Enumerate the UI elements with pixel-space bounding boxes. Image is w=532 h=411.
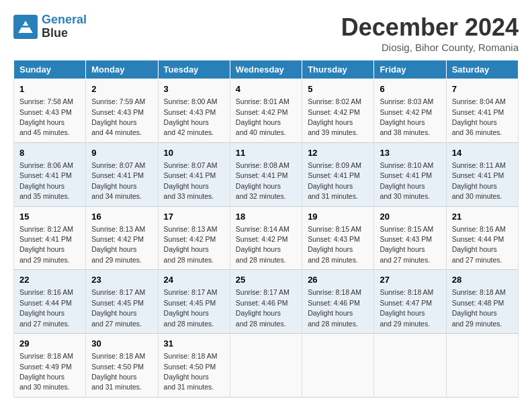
- day-info: Sunrise: 8:07 AMSunset: 4:41 PMDaylight …: [91, 161, 145, 200]
- calendar-week-row: 15Sunrise: 8:12 AMSunset: 4:41 PMDayligh…: [14, 206, 519, 270]
- day-info: Sunrise: 8:18 AMSunset: 4:50 PMDaylight …: [164, 352, 218, 391]
- calendar-day-header: Friday: [374, 60, 446, 79]
- calendar-cell: 27Sunrise: 8:18 AMSunset: 4:47 PMDayligh…: [374, 270, 446, 334]
- day-number: 30: [91, 338, 152, 350]
- day-number: 16: [91, 211, 152, 223]
- calendar-cell: 2Sunrise: 7:59 AMSunset: 4:43 PMDaylight…: [86, 79, 158, 143]
- day-number: 4: [236, 83, 296, 95]
- day-number: 21: [452, 211, 513, 223]
- calendar-cell: 24Sunrise: 8:17 AMSunset: 4:45 PMDayligh…: [158, 270, 230, 334]
- day-number: 6: [380, 83, 440, 95]
- day-number: 10: [164, 147, 224, 159]
- day-info: Sunrise: 8:18 AMSunset: 4:47 PMDaylight …: [380, 288, 433, 327]
- day-info: Sunrise: 8:18 AMSunset: 4:50 PMDaylight …: [91, 352, 145, 391]
- calendar-cell: 18Sunrise: 8:14 AMSunset: 4:42 PMDayligh…: [230, 206, 302, 270]
- calendar-cell: 13Sunrise: 8:10 AMSunset: 4:41 PMDayligh…: [374, 142, 446, 206]
- calendar-cell: [374, 334, 446, 398]
- day-info: Sunrise: 8:07 AMSunset: 4:41 PMDaylight …: [164, 161, 218, 200]
- calendar-day-header: Monday: [86, 60, 158, 79]
- day-number: 31: [164, 338, 224, 350]
- svg-rect-2: [22, 26, 30, 28]
- day-number: 12: [308, 147, 368, 159]
- calendar-cell: 11Sunrise: 8:08 AMSunset: 4:41 PMDayligh…: [230, 142, 302, 206]
- day-number: 28: [452, 274, 513, 286]
- calendar-cell: 23Sunrise: 8:17 AMSunset: 4:45 PMDayligh…: [86, 270, 158, 334]
- day-info: Sunrise: 8:12 AMSunset: 4:41 PMDaylight …: [19, 225, 73, 264]
- day-info: Sunrise: 7:59 AMSunset: 4:43 PMDaylight …: [91, 97, 145, 136]
- day-info: Sunrise: 8:00 AMSunset: 4:43 PMDaylight …: [164, 97, 218, 136]
- day-info: Sunrise: 8:14 AMSunset: 4:42 PMDaylight …: [236, 225, 290, 264]
- day-number: 18: [236, 211, 296, 223]
- day-info: Sunrise: 8:04 AMSunset: 4:41 PMDaylight …: [452, 97, 506, 136]
- main-title: December 2024: [341, 13, 519, 42]
- day-info: Sunrise: 8:06 AMSunset: 4:41 PMDaylight …: [19, 161, 73, 200]
- calendar-cell: 16Sunrise: 8:13 AMSunset: 4:42 PMDayligh…: [86, 206, 158, 270]
- calendar-cell: 5Sunrise: 8:02 AMSunset: 4:42 PMDaylight…: [302, 79, 374, 143]
- calendar-cell: 26Sunrise: 8:18 AMSunset: 4:46 PMDayligh…: [302, 270, 374, 334]
- day-number: 2: [91, 83, 152, 95]
- calendar-cell: 31Sunrise: 8:18 AMSunset: 4:50 PMDayligh…: [158, 334, 230, 398]
- day-info: Sunrise: 8:15 AMSunset: 4:43 PMDaylight …: [308, 225, 361, 264]
- calendar-cell: 6Sunrise: 8:03 AMSunset: 4:42 PMDaylight…: [374, 79, 446, 143]
- calendar-week-row: 29Sunrise: 8:18 AMSunset: 4:49 PMDayligh…: [14, 334, 519, 398]
- day-number: 1: [19, 83, 80, 95]
- logo: General Blue: [13, 13, 87, 40]
- day-number: 19: [308, 211, 368, 223]
- day-info: Sunrise: 8:13 AMSunset: 4:42 PMDaylight …: [164, 225, 218, 264]
- day-number: 20: [380, 211, 440, 223]
- calendar-cell: 28Sunrise: 8:18 AMSunset: 4:48 PMDayligh…: [446, 270, 518, 334]
- day-number: 24: [164, 274, 224, 286]
- calendar-week-row: 8Sunrise: 8:06 AMSunset: 4:41 PMDaylight…: [14, 142, 519, 206]
- day-number: 7: [452, 83, 513, 95]
- day-info: Sunrise: 8:17 AMSunset: 4:45 PMDaylight …: [91, 288, 145, 327]
- calendar-cell: 10Sunrise: 8:07 AMSunset: 4:41 PMDayligh…: [158, 142, 230, 206]
- calendar-cell: [230, 334, 302, 398]
- calendar-cell: 8Sunrise: 8:06 AMSunset: 4:41 PMDaylight…: [14, 142, 86, 206]
- day-number: 23: [91, 274, 152, 286]
- calendar-cell: 17Sunrise: 8:13 AMSunset: 4:42 PMDayligh…: [158, 206, 230, 270]
- day-info: Sunrise: 8:08 AMSunset: 4:41 PMDaylight …: [236, 161, 290, 200]
- calendar-week-row: 1Sunrise: 7:58 AMSunset: 4:43 PMDaylight…: [14, 79, 519, 143]
- day-number: 14: [452, 147, 513, 159]
- day-info: Sunrise: 8:16 AMSunset: 4:44 PMDaylight …: [19, 288, 73, 327]
- calendar-cell: 20Sunrise: 8:15 AMSunset: 4:43 PMDayligh…: [374, 206, 446, 270]
- day-info: Sunrise: 8:01 AMSunset: 4:42 PMDaylight …: [236, 97, 290, 136]
- calendar-cell: 4Sunrise: 8:01 AMSunset: 4:42 PMDaylight…: [230, 79, 302, 143]
- day-info: Sunrise: 8:02 AMSunset: 4:42 PMDaylight …: [308, 97, 361, 136]
- calendar-cell: 14Sunrise: 8:11 AMSunset: 4:41 PMDayligh…: [446, 142, 518, 206]
- day-info: Sunrise: 8:11 AMSunset: 4:41 PMDaylight …: [452, 161, 506, 200]
- calendar-day-header: Saturday: [446, 60, 518, 79]
- day-info: Sunrise: 8:03 AMSunset: 4:42 PMDaylight …: [380, 97, 433, 136]
- calendar-cell: 12Sunrise: 8:09 AMSunset: 4:41 PMDayligh…: [302, 142, 374, 206]
- calendar-header-row: SundayMondayTuesdayWednesdayThursdayFrid…: [14, 60, 519, 79]
- day-info: Sunrise: 8:16 AMSunset: 4:44 PMDaylight …: [452, 225, 506, 264]
- calendar-cell: 21Sunrise: 8:16 AMSunset: 4:44 PMDayligh…: [446, 206, 518, 270]
- calendar-cell: 22Sunrise: 8:16 AMSunset: 4:44 PMDayligh…: [14, 270, 86, 334]
- day-info: Sunrise: 8:17 AMSunset: 4:45 PMDaylight …: [164, 288, 218, 327]
- calendar: SundayMondayTuesdayWednesdayThursdayFrid…: [13, 60, 519, 398]
- day-number: 9: [91, 147, 152, 159]
- title-section: December 2024 Diosig, Bihor County, Roma…: [341, 13, 519, 53]
- calendar-day-header: Wednesday: [230, 60, 302, 79]
- calendar-cell: 3Sunrise: 8:00 AMSunset: 4:43 PMDaylight…: [158, 79, 230, 143]
- header: General Blue December 2024 Diosig, Bihor…: [13, 13, 519, 53]
- subtitle: Diosig, Bihor County, Romania: [341, 42, 519, 53]
- day-info: Sunrise: 8:13 AMSunset: 4:42 PMDaylight …: [91, 225, 145, 264]
- day-info: Sunrise: 8:18 AMSunset: 4:46 PMDaylight …: [308, 288, 361, 327]
- calendar-cell: 30Sunrise: 8:18 AMSunset: 4:50 PMDayligh…: [86, 334, 158, 398]
- day-info: Sunrise: 8:18 AMSunset: 4:49 PMDaylight …: [19, 352, 73, 391]
- day-number: 15: [19, 211, 80, 223]
- calendar-day-header: Thursday: [302, 60, 374, 79]
- day-number: 26: [308, 274, 368, 286]
- day-info: Sunrise: 8:09 AMSunset: 4:41 PMDaylight …: [308, 161, 361, 200]
- calendar-week-row: 22Sunrise: 8:16 AMSunset: 4:44 PMDayligh…: [14, 270, 519, 334]
- day-number: 29: [19, 338, 80, 350]
- day-number: 25: [236, 274, 296, 286]
- calendar-cell: [446, 334, 518, 398]
- day-info: Sunrise: 8:15 AMSunset: 4:43 PMDaylight …: [380, 225, 433, 264]
- calendar-cell: 25Sunrise: 8:17 AMSunset: 4:46 PMDayligh…: [230, 270, 302, 334]
- day-info: Sunrise: 8:18 AMSunset: 4:48 PMDaylight …: [452, 288, 506, 327]
- day-number: 3: [164, 83, 224, 95]
- day-number: 8: [19, 147, 80, 159]
- calendar-cell: 15Sunrise: 8:12 AMSunset: 4:41 PMDayligh…: [14, 206, 86, 270]
